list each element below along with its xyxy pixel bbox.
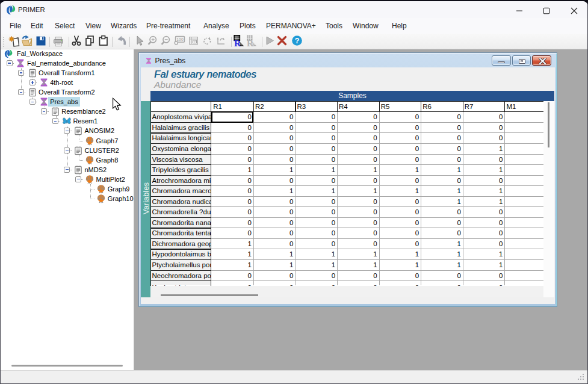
svg-text:100: 100	[176, 37, 184, 42]
svg-text:R: R	[247, 38, 254, 48]
svg-text:?: ?	[295, 37, 300, 45]
svg-text:R: R	[234, 38, 241, 48]
